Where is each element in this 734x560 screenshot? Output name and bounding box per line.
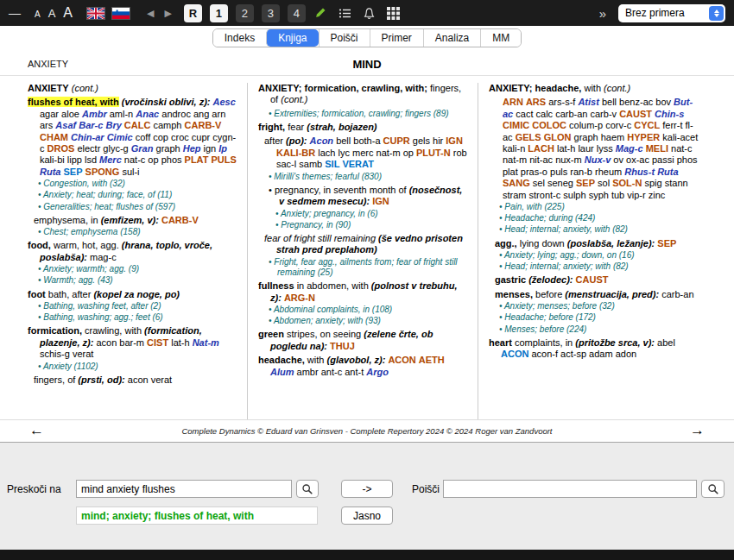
remedy-abbrev: sol [595,178,612,188]
remedy-abbrev: THUJ [330,341,355,351]
cross-reference[interactable]: • Menses; before (224) [499,324,699,335]
cross-ref-text: • Anxiety (1102) [38,362,98,371]
rubric-text: (po): [286,135,307,146]
sub-rubric-line[interactable]: fear of fright still remaining (še vedno… [264,233,469,256]
remedy-abbrev: Aesc [213,97,236,107]
cross-reference[interactable]: • Extremities; formication, crawling; fi… [269,109,469,119]
minimize-button[interactable]: — [9,6,21,20]
rubric-line[interactable]: fullness in abdomen, with (polnost v tre… [258,280,469,304]
remedy-grid-button[interactable] [387,7,400,20]
case-select-dropdown[interactable]: Brez primera [618,4,725,22]
remedy-abbrev: ARS [526,97,546,107]
remedy-list[interactable]: ARN ARS ars-s-f Atist bell benz-ac bov B… [503,97,699,201]
cross-reference[interactable]: • Head; internal; anxiety, with (82) [499,224,699,235]
cross-reference[interactable]: • Abdomen; anxiety; with (93) [269,316,469,326]
rubric-line[interactable]: fright, fear (strah, bojazen) [258,122,469,133]
sub-rubric-line[interactable]: agg., lying down (poslabša, ležanje): SE… [495,238,699,249]
tab-analiza[interactable]: Analiza [423,29,480,47]
cross-reference[interactable]: • Anxiety; heat; during; face, of (11) [38,190,238,200]
cross-reference[interactable]: • Anxiety; pregnancy, in (6) [275,209,469,219]
go-button[interactable]: -> [341,480,393,498]
find-search-button[interactable] [701,480,725,498]
cross-reference[interactable]: • Pain, with (225) [499,202,699,212]
remedy-abbrev: GLON [544,132,572,142]
page-view-3-button[interactable]: 3 [262,4,280,22]
cross-reference[interactable]: • Headache; before (172) [499,312,699,323]
list-button[interactable] [339,8,351,19]
cross-ref-text: • Pain, with (225) [499,202,565,211]
remedy-abbrev: Nat-m [193,337,219,348]
remedy-abbrev: Argo [366,367,389,377]
rubric-line[interactable]: flushes of heat, with (vročinski oblivi,… [28,97,238,178]
remedy-abbrev: SIL [325,159,339,169]
font-size-large-button[interactable]: A [63,5,73,21]
rubric-line[interactable]: green stripes, on seeing (zelene črte, o… [258,329,469,352]
next-page-button[interactable]: → [690,422,705,439]
cross-reference[interactable]: • Anxiety (1102) [38,362,238,372]
prev-page-button[interactable]: ← [29,422,44,439]
rubric-line[interactable]: foot bath, after (kopel za noge, po) [28,289,238,300]
cross-reference[interactable]: • Mirilli's themes; fearful (830) [269,172,469,182]
rubric-line[interactable]: formication, crawling, with (formication… [28,325,238,360]
cross-reference[interactable]: • Pregnancy, in (90) [275,220,469,230]
rubric-line[interactable]: food, warm, hot, agg. (hrana, toplo, vro… [28,240,238,263]
page-view-2-button[interactable]: 2 [236,4,254,22]
sub-rubric-line[interactable]: fingers, of (prsti, od): acon verat [34,374,238,386]
cross-reference[interactable]: • Anxiety; menses; before (32) [499,301,699,311]
sub-rubric-line[interactable]: • pregnancy, in seventh month of (nosečn… [269,185,469,208]
remedy-abbrev: acon-f act-sp adam adon [528,349,636,359]
tab-indeks[interactable]: Indeks [213,29,266,47]
sub-rubric-line[interactable]: emphysema, in (emfizem, v): CARB-V [34,215,238,226]
cross-ref-text: • Anxiety; warmth; agg. (9) [38,264,139,274]
remedy-abbrev: VERAT [342,159,373,169]
find-input[interactable] [443,480,697,498]
sub-rubric-line[interactable]: menses, before (menstruacija, pred): car… [495,289,699,300]
cross-reference[interactable]: • Anxiety; warmth; agg. (9) [38,264,238,274]
cross-reference[interactable]: • Chest; emphysema (158) [38,227,238,237]
book-footer: ← Complete Dynamics © Eduard van Grinsve… [0,419,734,442]
remedy-abbrev: Chin-ar [71,132,104,142]
cross-reference[interactable]: • Bathing, washing; agg.; feet (6) [38,312,238,323]
tab-primer[interactable]: Primer [370,29,423,47]
font-size-medium-button[interactable]: A [48,7,56,20]
cross-reference[interactable]: • Anxiety; lying; agg.; down, on (16) [499,250,699,261]
sub-rubric-line[interactable]: after (po): Acon bell both-a CUPR gels h… [264,135,469,170]
remedy-abbrev: Bry [105,120,121,130]
page-view-1-button[interactable]: 1 [210,4,228,22]
slovenia-flag-icon[interactable] [111,7,130,20]
remedy-abbrev: Rhus-t [624,167,655,177]
rubric-line[interactable]: headache, with (glavobol, z): ACON AETH … [258,355,469,378]
font-size-small-button[interactable]: A [35,9,41,19]
sub-rubric-line[interactable]: gastric (želodec): CAUST [495,274,699,286]
page-view-4-button[interactable]: 4 [288,4,306,22]
rubric-text: • [269,185,275,195]
cross-reference[interactable]: • Congestion, with (32) [38,179,238,189]
cross-reference[interactable]: • Generalities; heat; flushes of (597) [38,202,238,212]
tab-mm[interactable]: MM [480,29,521,47]
jump-to-input[interactable] [76,480,292,498]
repertory-view-button[interactable]: R [184,4,202,22]
rubric-text: (emfizem, v): [101,215,159,225]
rubric-line[interactable]: heart complaints, in (pritožbe srca, v):… [489,337,699,361]
cross-reference[interactable]: • Fright, fear agg., ailments from; fear… [269,257,469,278]
copyright-text: Complete Dynamics © Eduard van Grinsven … [181,426,552,436]
cross-reference[interactable]: • Bathing, washing feet, after (2) [38,301,238,311]
tab-poisci[interactable]: Poišči [319,29,370,47]
edit-pencil-button[interactable] [313,6,327,20]
uk-flag-icon[interactable] [86,7,105,20]
clear-button[interactable]: Jasno [341,507,393,525]
cross-reference[interactable]: • Warmth; agg. (43) [38,275,238,286]
cross-reference[interactable]: • Head; internal; anxiety; with (82) [499,261,699,272]
bell-button[interactable] [363,7,376,20]
forward-button[interactable]: ▶ [164,8,171,19]
tab-knjiga[interactable]: Knjiga [266,29,318,47]
rubric-text: with [581,83,604,93]
back-button[interactable]: ◀ [147,8,154,19]
jump-search-button[interactable] [296,480,319,498]
cross-ref-text: • Menses; before (224) [499,324,586,334]
cross-reference[interactable]: • Abdominal complaints, in (108) [269,305,469,315]
toolbar-overflow-button[interactable]: » [599,6,606,21]
cross-reference[interactable]: • Headache; during (424) [499,213,699,223]
remedy-abbrev: Cimic [107,132,133,142]
cross-ref-text: • Abdomen; anxiety; with (93) [269,316,381,325]
